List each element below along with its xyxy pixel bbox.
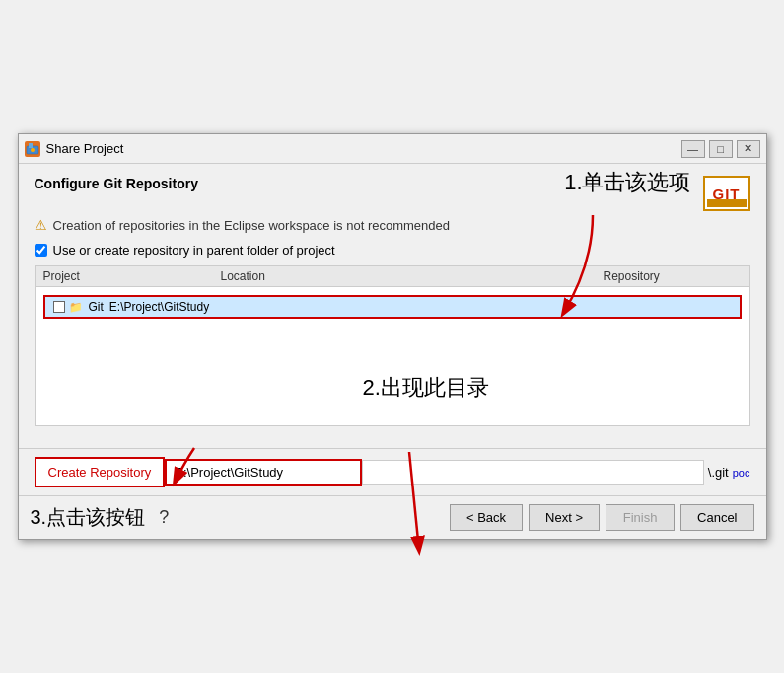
checkbox-label: Use or create repository in parent folde… <box>53 243 335 258</box>
location-cell <box>231 300 594 314</box>
git-folder-icon: 📁 <box>69 301 83 314</box>
warning-text: Creation of repositories in the Eclipse … <box>53 218 450 233</box>
create-repository-button[interactable]: Create Repository <box>35 457 166 487</box>
footer: 3.点击该按钮 ? < Back Next > Finish Cancel <box>19 495 766 539</box>
close-button[interactable]: ✕ <box>737 140 760 158</box>
back-button[interactable]: < Back <box>450 504 523 531</box>
repo-path-input[interactable] <box>165 459 362 486</box>
project-cell: 📁 Git E:\Project\GitStudy <box>53 300 231 314</box>
minimize-button[interactable]: — <box>681 140 705 158</box>
finish-button[interactable]: Finish <box>606 504 675 531</box>
section-title: Configure Git Repository <box>35 176 198 191</box>
repository-cell <box>594 300 732 314</box>
annotation-3: 3.点击该按钮 <box>31 504 146 531</box>
svg-point-2 <box>31 148 35 152</box>
warning-row: ⚠ Creation of repositories in the Eclips… <box>35 217 750 233</box>
checkbox-row[interactable]: Use or create repository in parent folde… <box>35 243 750 258</box>
bottom-section: Create Repository \.git poc <box>19 448 766 495</box>
cancel-button[interactable]: Cancel <box>680 504 753 531</box>
window-controls: — □ ✕ <box>681 140 760 158</box>
warning-icon: ⚠ <box>35 217 47 233</box>
git-logo: GIT <box>703 176 750 211</box>
repo-suffix-label: \.git <box>704 461 733 484</box>
main-content-wrapper: 1.单击该选项 Configure Git Repository GIT <box>35 176 750 436</box>
table-body: 📁 Git E:\Project\GitStudy <box>36 287 749 327</box>
table-header: Project Location Repository <box>36 266 749 287</box>
poc-label: poc <box>733 467 750 479</box>
title-bar: Share Project — □ ✕ <box>19 134 766 164</box>
col-project: Project <box>43 269 221 283</box>
annotation-2: 2.出现此目录 <box>363 373 489 403</box>
col-repository: Repository <box>604 269 742 283</box>
main-window: Share Project — □ ✕ 1.单击该选项 Configur <box>18 133 767 540</box>
svg-rect-1 <box>29 143 33 148</box>
help-icon[interactable]: ? <box>159 507 169 528</box>
maximize-button[interactable]: □ <box>709 140 733 158</box>
repo-suffix-input[interactable] <box>362 460 704 485</box>
table-row[interactable]: 📁 Git E:\Project\GitStudy <box>43 295 742 319</box>
annotation-1: 1.单击该选项 <box>564 168 690 197</box>
project-path: E:\Project\GitStudy <box>109 300 209 314</box>
project-name: Git <box>89 300 104 314</box>
window-icon <box>25 141 40 157</box>
parent-folder-checkbox[interactable] <box>35 244 47 257</box>
col-location: Location <box>221 269 604 283</box>
row-checkbox <box>53 301 65 313</box>
window-title: Share Project <box>46 141 681 156</box>
next-button[interactable]: Next > <box>529 504 600 531</box>
content-area: 1.单击该选项 Configure Git Repository GIT <box>19 164 766 448</box>
